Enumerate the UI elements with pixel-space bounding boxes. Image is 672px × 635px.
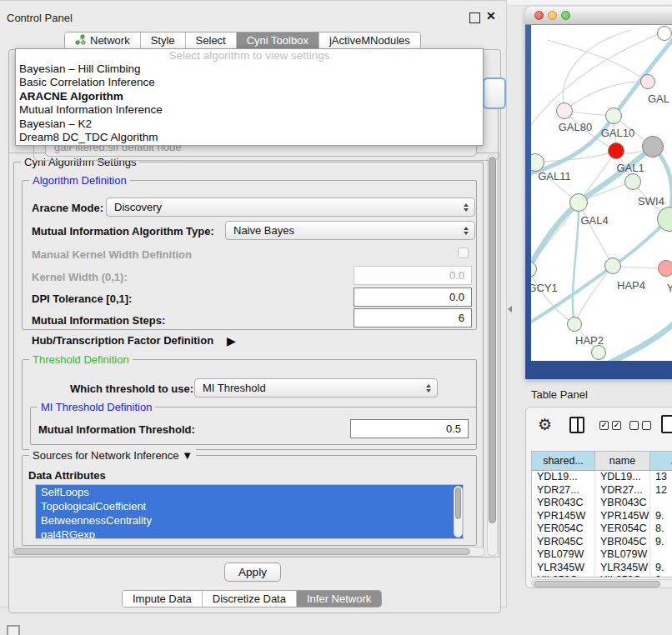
table-header-row: shared...nameA (532, 452, 672, 471)
collapse-arrow-icon[interactable]: ▼ (182, 449, 193, 462)
node-label-gal11: GAL11 (538, 170, 571, 182)
select-all-columns-icon[interactable]: ✓ ✓ (599, 421, 621, 430)
table-cell: 9. (650, 562, 672, 575)
tab-impute-data[interactable]: Impute Data (123, 591, 203, 607)
splitter-handle-icon[interactable] (508, 306, 512, 312)
deselect-all-columns-icon[interactable] (629, 421, 651, 430)
apply-button[interactable]: Apply (224, 562, 281, 582)
kernel-width-field[interactable]: 0.0 (354, 266, 472, 285)
attribute-item-selfloops[interactable]: SelfLoops (36, 485, 463, 499)
settings-scrollbar[interactable] (487, 154, 498, 556)
tab-network[interactable]: Network (65, 32, 141, 48)
aracne-mode-value: Discovery (114, 201, 162, 213)
table-row[interactable]: YER054CYER054C8. (532, 522, 672, 536)
tab-label: Impute Data (133, 592, 192, 605)
network-node[interactable] (591, 345, 606, 360)
settings-scrollbar-thumb[interactable] (489, 157, 496, 523)
table-cell: YDR27... (595, 484, 650, 498)
tab-label: Style (151, 34, 175, 47)
algorithm-option-aracne-algorithm[interactable]: ARACNE Algorithm (16, 90, 483, 103)
close-panel-icon[interactable]: ✕ (486, 9, 496, 22)
algorithm-option-bayesian-hill-climbing[interactable]: Bayesian – Hill Climbing (16, 62, 483, 76)
float-panel-icon[interactable] (469, 12, 480, 23)
inference-algorithm-combobox[interactable] (483, 78, 506, 109)
minimized-panel-icon[interactable] (7, 625, 20, 635)
attributes-scrollbar-thumb[interactable] (455, 488, 461, 519)
table-cell: 13 (650, 471, 672, 484)
network-node[interactable] (658, 260, 672, 277)
table-row[interactable]: YPR145WYPR145W9. (532, 510, 672, 523)
table-row[interactable]: YBL079WYBL079W (532, 548, 672, 562)
table-row[interactable]: YBR043CYBR043C (532, 497, 672, 510)
table-row[interactable]: YDL19...YDL19...13 (532, 471, 672, 484)
table-hscrollbar-thumb[interactable] (534, 581, 660, 588)
data-attributes-list[interactable]: SelfLoopsTopologicalCoefficientBetweenne… (35, 484, 464, 539)
table-row[interactable]: YIL053CYIL053C9 (532, 574, 672, 578)
aracne-mode-select[interactable]: Discovery (106, 198, 475, 217)
network-view-window[interactable]: GALGAL80GAL10GAL1GAL11SWI4GAL4GCY1HAP4YH… (525, 7, 672, 379)
tab-select[interactable]: Select (186, 32, 237, 48)
mi-threshold-label: Mutual Information Threshold: (38, 423, 195, 436)
column-header-a[interactable]: A (650, 452, 672, 470)
table-cell: YBR045C (595, 536, 650, 549)
tab-cyni-toolbox[interactable]: Cyni Toolbox (237, 32, 319, 48)
network-canvas[interactable]: GALGAL80GAL10GAL1GAL11SWI4GAL4GCY1HAP4YH… (531, 25, 672, 361)
node-label-swi4: SWI4 (638, 195, 664, 208)
network-node[interactable] (642, 136, 664, 158)
attribute-item-betweennesscentrality[interactable]: BetweennessCentrality (36, 513, 463, 528)
node-attribute-table[interactable]: shared...nameA YDL19...YDL19...13YDR27..… (531, 451, 672, 578)
tab-label: Cyni Toolbox (247, 34, 308, 47)
network-window-titlebar[interactable] (525, 7, 672, 25)
table-row[interactable]: YLR345WYLR345W9. (532, 562, 672, 575)
table-row[interactable]: YDR27...YDR27...12 (532, 484, 672, 498)
table-hscrollbar[interactable] (531, 579, 672, 588)
tab-style[interactable]: Style (141, 32, 186, 48)
mi-type-select[interactable]: Naive Bayes (225, 221, 475, 240)
minimize-window-icon[interactable] (548, 11, 557, 20)
settings-hscrollbar-thumb[interactable] (13, 548, 470, 555)
table-cell: 9 (650, 574, 672, 578)
which-threshold-select[interactable]: MI Threshold (194, 378, 438, 398)
node-label-gal10: GAL10 (601, 127, 634, 139)
mi-steps-field[interactable]: 6 (354, 308, 472, 328)
attribute-item-topologicalcoefficient[interactable]: TopologicalCoefficient (36, 499, 463, 513)
network-node[interactable] (640, 74, 655, 89)
stepper-arrows-icon (464, 203, 469, 212)
network-node[interactable] (604, 258, 621, 274)
node-label-gal1: GAL1 (616, 162, 644, 174)
network-node[interactable] (657, 26, 672, 41)
dpi-tolerance-field[interactable]: 0.0 (354, 288, 472, 307)
attribute-item-gal4rgexp[interactable]: gal4RGexp (36, 528, 463, 539)
mi-type-value: Naive Bayes (233, 224, 294, 237)
table-cell: YLR345W (532, 562, 595, 575)
column-header-shared[interactable]: shared... (532, 452, 595, 470)
algorithm-option-mutual-information-inference[interactable]: Mutual Information Inference (16, 103, 483, 117)
tab-infer-network[interactable]: Infer Network (297, 591, 381, 607)
network-node[interactable] (605, 108, 622, 124)
mi-threshold-field[interactable]: 0.5 (350, 419, 469, 438)
zoom-window-icon[interactable] (561, 11, 570, 20)
close-window-icon[interactable] (534, 11, 544, 20)
algorithm-option-dream8-dc-tdc-algorithm[interactable]: Dream8 DC_TDC Algorithm (16, 131, 483, 144)
table-panel-title: Table Panel (531, 388, 588, 401)
algorithm-option-bayesian-k2[interactable]: Bayesian – K2 (16, 118, 483, 131)
tab-discretize-data[interactable]: Discretize Data (203, 591, 297, 607)
network-node[interactable] (608, 142, 624, 159)
algorithm-option-basic-correlation-inference[interactable]: Basic Correlation Inference (16, 76, 483, 89)
settings-hscrollbar[interactable] (12, 547, 485, 557)
gear-icon[interactable]: ⚙ (538, 416, 552, 432)
network-node[interactable] (556, 102, 573, 119)
network-node[interactable] (624, 173, 641, 190)
algorithm-dropdown-popup: Select algorithm to view settings Bayesi… (15, 48, 484, 146)
tab-jactivemnodules[interactable]: jActiveMNodules (319, 32, 420, 48)
column-header-name[interactable]: name (595, 452, 650, 470)
table-row[interactable]: YBR045CYBR045C9. (532, 536, 672, 549)
manual-kernel-checkbox[interactable] (458, 248, 469, 258)
file-icon[interactable] (661, 415, 672, 433)
expand-arrow-icon[interactable]: ▶ (227, 334, 236, 348)
attributes-scrollbar[interactable] (454, 486, 463, 538)
network-node[interactable] (567, 317, 582, 332)
columns-icon[interactable] (569, 417, 584, 433)
network-node[interactable] (569, 193, 588, 212)
table-cell: YDR27... (532, 484, 595, 498)
